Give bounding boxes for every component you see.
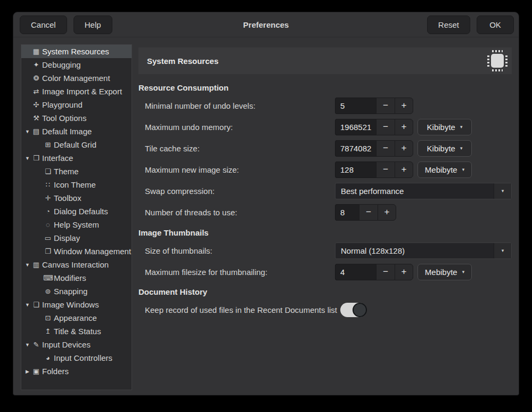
sidebar-item-label: Appearance xyxy=(54,313,97,322)
sidebar-item-theme[interactable]: ❏Theme xyxy=(21,165,132,178)
sidebar-item-appearance[interactable]: ⊡Appearance xyxy=(21,311,132,325)
triangle-down-icon[interactable]: ▼ xyxy=(23,342,31,348)
sidebar-item-image-windows[interactable]: ▼❑Image Windows xyxy=(21,298,132,311)
tile-cache-input[interactable] xyxy=(335,140,376,157)
thumbnail-size-dropdown[interactable]: Normal (128x128) ▾ xyxy=(335,243,512,259)
sidebar-item-debugging[interactable]: ✦Debugging xyxy=(21,58,132,71)
sidebar-item-default-grid[interactable]: ⊞Default Grid xyxy=(21,138,132,151)
undo-levels-input[interactable] xyxy=(335,98,376,114)
canvas-interaction-icon: ▥ xyxy=(31,261,41,269)
thumbnail-filesize-decrement-button[interactable]: − xyxy=(376,264,395,280)
reset-button[interactable]: Reset xyxy=(427,15,470,34)
cpu-icon: ▦ xyxy=(31,47,41,55)
thumbnail-filesize-increment-button[interactable]: + xyxy=(395,264,413,280)
sidebar-item-toolbox[interactable]: ✛Toolbox xyxy=(21,191,132,205)
caret-down-icon: ▾ xyxy=(462,167,465,172)
sidebar-item-canvas-interaction[interactable]: ▼▥Canvas Interaction xyxy=(21,258,132,271)
sidebar-item-label: Title & Status xyxy=(54,327,101,336)
sidebar-item-label: Debugging xyxy=(42,60,81,69)
max-image-size-unit-dropdown[interactable]: Mebibyte ▾ xyxy=(418,161,472,178)
sidebar-item-interface[interactable]: ▼❒Interface xyxy=(21,151,132,165)
triangle-down-icon[interactable]: ▼ xyxy=(23,262,31,268)
sidebar-item-snapping[interactable]: ⊚Snapping xyxy=(21,285,132,298)
sidebar-item-window-management[interactable]: ❐Window Management xyxy=(21,245,132,258)
sidebar-item-label: Image Import & Export xyxy=(42,87,122,96)
threads-decrement-button[interactable]: − xyxy=(359,204,378,221)
max-image-size-increment-button[interactable]: + xyxy=(395,161,413,178)
import-export-icon: ⇄ xyxy=(31,87,41,95)
recent-documents-toggle[interactable] xyxy=(340,303,366,317)
section-image-thumbnails: Image Thumbnails xyxy=(138,228,512,238)
unit-label: Mebibyte xyxy=(425,165,457,174)
max-image-size-spinner: − + xyxy=(335,161,413,178)
swap-compression-dropdown[interactable]: Best performance ▾ xyxy=(335,183,512,199)
undo-memory-label: Maximum undo memory: xyxy=(138,123,335,132)
icon-theme-icon: ∷ xyxy=(43,181,53,189)
sidebar-item-input-controllers[interactable]: ◕Input Controllers xyxy=(21,351,132,365)
page-title: System Resources xyxy=(147,56,218,66)
row-recent-documents: Keep record of used files in the Recent … xyxy=(138,302,512,317)
snapping-icon: ⊚ xyxy=(43,287,53,295)
sidebar-item-display[interactable]: ▭Display xyxy=(21,231,132,245)
cancel-button[interactable]: Cancel xyxy=(20,15,67,34)
row-thumbnail-size: Size of thumbnails: Normal (128x128) ▾ xyxy=(138,240,512,261)
sidebar-item-playground[interactable]: ✣Playground xyxy=(21,98,132,111)
triangle-down-icon[interactable]: ▼ xyxy=(23,129,31,134)
plus-icon: + xyxy=(402,266,407,277)
threads-input[interactable] xyxy=(335,204,359,221)
undo-levels-increment-button[interactable]: + xyxy=(395,98,413,114)
input-devices-icon: ✎ xyxy=(31,341,41,349)
undo-levels-decrement-button[interactable]: − xyxy=(376,98,395,114)
help-system-icon: ◌ xyxy=(43,221,53,229)
sidebar-item-label: Color Management xyxy=(42,74,110,83)
help-button[interactable]: Help xyxy=(73,15,112,34)
caret-down-icon: ▾ xyxy=(460,124,463,130)
undo-memory-input[interactable] xyxy=(335,119,376,135)
sidebar-item-label: Playground xyxy=(42,100,83,109)
sidebar-item-modifiers[interactable]: ⌨Modifiers xyxy=(21,271,132,285)
undo-memory-increment-button[interactable]: + xyxy=(395,119,413,135)
thumbnail-filesize-input[interactable] xyxy=(335,264,376,280)
color-management-icon: ❂ xyxy=(31,74,41,82)
tile-cache-label: Tile cache size: xyxy=(138,144,335,153)
sidebar-item-label: Default Image xyxy=(42,127,92,136)
threads-increment-button[interactable]: + xyxy=(378,204,396,221)
plus-icon: + xyxy=(402,100,407,111)
ok-button[interactable]: OK xyxy=(477,15,514,34)
triangle-right-icon[interactable]: ▶ xyxy=(23,369,31,374)
image-windows-icon: ❑ xyxy=(31,301,41,309)
row-tile-cache: Tile cache size: − + Kibibyte ▾ xyxy=(138,138,512,159)
tile-cache-unit-dropdown[interactable]: Kibibyte ▾ xyxy=(418,140,472,157)
sidebar-item-folders[interactable]: ▶▣Folders xyxy=(21,365,132,378)
unit-label: Kibibyte xyxy=(427,144,455,153)
sidebar-item-label: Default Grid xyxy=(54,140,96,149)
sidebar-item-color-management[interactable]: ❂Color Management xyxy=(21,71,132,85)
thumbnail-filesize-spinner: − + xyxy=(335,264,413,280)
tile-cache-increment-button[interactable]: + xyxy=(395,140,413,157)
caret-down-icon: ▾ xyxy=(460,146,463,151)
unit-label: Mebibyte xyxy=(425,268,457,277)
sidebar-item-dialog-defaults[interactable]: ◔Dialog Defaults xyxy=(21,205,132,218)
row-thumbnail-filesize: Maximum filesize for thumbnailing: − + M… xyxy=(138,261,512,282)
sidebar-item-input-devices[interactable]: ▼✎Input Devices xyxy=(21,338,132,351)
titlebar: Preferences Cancel Help Reset OK xyxy=(13,12,519,37)
undo-memory-unit-dropdown[interactable]: Kibibyte ▾ xyxy=(418,119,472,135)
folders-icon: ▣ xyxy=(31,367,41,375)
sidebar-item-title-status[interactable]: ↥Title & Status xyxy=(21,325,132,338)
undo-memory-decrement-button[interactable]: − xyxy=(376,119,395,135)
modifiers-icon: ⌨ xyxy=(43,274,53,282)
tile-cache-decrement-button[interactable]: − xyxy=(376,140,395,157)
triangle-down-icon[interactable]: ▼ xyxy=(23,156,31,161)
threads-label: Number of threads to use: xyxy=(138,208,335,217)
sidebar-item-default-image[interactable]: ▼▤Default Image xyxy=(21,125,132,138)
sidebar-item-tool-options[interactable]: ⚒Tool Options xyxy=(21,111,132,125)
triangle-down-icon[interactable]: ▼ xyxy=(23,302,31,308)
sidebar-item-image-import-export[interactable]: ⇄Image Import & Export xyxy=(21,85,132,98)
thumbnail-filesize-unit-dropdown[interactable]: Mebibyte ▾ xyxy=(418,264,472,280)
sidebar-item-system-resources[interactable]: ▦System Resources xyxy=(21,45,132,58)
sidebar-item-icon-theme[interactable]: ∷Icon Theme xyxy=(21,178,132,191)
sidebar-item-label: Theme xyxy=(54,167,79,176)
sidebar-item-help-system[interactable]: ◌Help System xyxy=(21,218,132,231)
max-image-size-input[interactable] xyxy=(335,161,376,178)
max-image-size-decrement-button[interactable]: − xyxy=(376,161,395,178)
